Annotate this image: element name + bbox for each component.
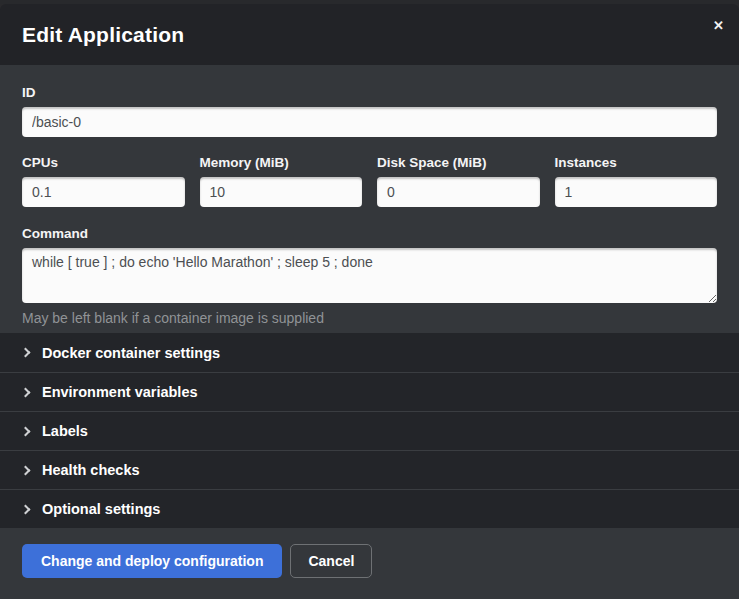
accordion-section-label: Health checks	[42, 462, 140, 478]
id-label: ID	[22, 85, 717, 101]
change-and-deploy-button[interactable]: Change and deploy configuration	[22, 544, 282, 578]
field-memory: Memory (MiB)	[200, 155, 363, 207]
modal-footer: Change and deploy configuration Cancel	[0, 528, 739, 599]
disk-input[interactable]	[377, 177, 540, 207]
instances-input[interactable]	[555, 177, 718, 207]
field-cpus: CPUs	[22, 155, 185, 207]
cancel-button[interactable]: Cancel	[290, 544, 372, 578]
cpus-input[interactable]	[22, 177, 185, 207]
accordion-optional-settings[interactable]: Optional settings	[0, 489, 739, 528]
chevron-right-icon	[21, 387, 31, 397]
accordion-health-checks[interactable]: Health checks	[0, 450, 739, 489]
field-id: ID	[22, 85, 717, 137]
edit-application-form: ID CPUs Memory (MiB) Disk Space (MiB) In…	[0, 65, 739, 333]
modal-title: Edit Application	[22, 23, 184, 47]
modal-header: Edit Application ✕	[0, 4, 739, 65]
close-icon[interactable]: ✕	[713, 19, 724, 32]
field-command: Command while [ true ] ; do echo 'Hello …	[22, 226, 717, 327]
instances-label: Instances	[555, 155, 718, 171]
accordion-section-label: Optional settings	[42, 501, 160, 517]
accordion-labels[interactable]: Labels	[0, 411, 739, 450]
resources-row: CPUs Memory (MiB) Disk Space (MiB) Insta…	[22, 155, 717, 207]
cpus-label: CPUs	[22, 155, 185, 171]
command-label: Command	[22, 226, 717, 242]
chevron-right-icon	[21, 426, 31, 436]
field-disk: Disk Space (MiB)	[377, 155, 540, 207]
accordion-section-label: Environment variables	[42, 384, 198, 400]
command-help-text: May be left blank if a container image i…	[22, 309, 717, 327]
accordion-docker-container-settings[interactable]: Docker container settings	[0, 333, 739, 372]
chevron-right-icon	[21, 348, 31, 358]
chevron-right-icon	[21, 504, 31, 514]
id-input[interactable]	[22, 107, 717, 137]
memory-input[interactable]	[200, 177, 363, 207]
chevron-right-icon	[21, 465, 31, 475]
settings-accordion: Docker container settings Environment va…	[0, 333, 739, 528]
accordion-section-label: Docker container settings	[42, 345, 220, 361]
field-instances: Instances	[555, 155, 718, 207]
command-textarea[interactable]: while [ true ] ; do echo 'Hello Marathon…	[22, 248, 717, 303]
accordion-environment-variables[interactable]: Environment variables	[0, 372, 739, 411]
disk-label: Disk Space (MiB)	[377, 155, 540, 171]
memory-label: Memory (MiB)	[200, 155, 363, 171]
accordion-section-label: Labels	[42, 423, 88, 439]
edit-application-modal: Edit Application ✕ ID CPUs Memory (MiB) …	[0, 4, 739, 599]
